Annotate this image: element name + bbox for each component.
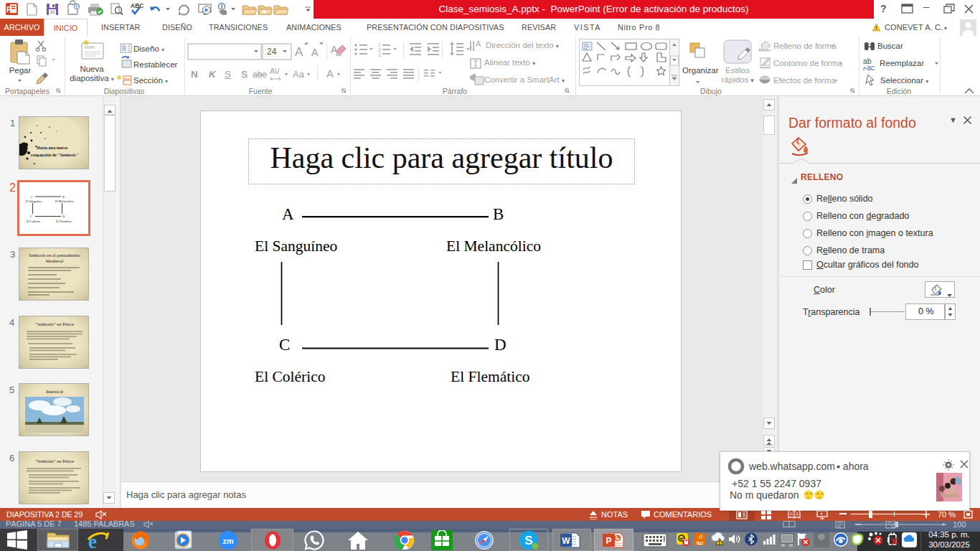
svg-text:D: D <box>62 215 65 218</box>
svg-text:B: B <box>62 195 65 199</box>
svg-text:1: 1 <box>378 42 381 47</box>
svg-text:A: A <box>30 195 32 199</box>
svg-text:100 %: 100 % <box>953 521 969 529</box>
svg-text:W: W <box>562 536 570 546</box>
svg-text:zm: zm <box>222 537 234 545</box>
svg-text:Hacia una nueva: Hacia una nueva <box>37 146 67 150</box>
svg-text:concepción de "Semiosis": concepción de "Semiosis" <box>31 153 78 157</box>
svg-text:El Melancólico: El Melancólico <box>55 199 74 203</box>
svg-text:El Sanguíneo: El Sanguíneo <box>26 199 42 203</box>
svg-text:"Semiosis" en Peirce: "Semiosis" en Peirce <box>35 321 75 326</box>
svg-text:El Flemático: El Flemático <box>56 220 72 223</box>
svg-text:P: P <box>606 536 611 546</box>
svg-text:El Colérico: El Colérico <box>27 220 40 223</box>
svg-text:Semiosis en el pensamiento: Semiosis en el pensamiento <box>29 253 80 258</box>
svg-text:2: 2 <box>378 47 381 52</box>
svg-text:A: A <box>311 47 319 58</box>
svg-text:A: A <box>331 44 338 55</box>
svg-text:Medieval: Medieval <box>46 258 64 263</box>
svg-text:C: C <box>30 215 32 218</box>
svg-text:A: A <box>476 39 481 48</box>
svg-text:Indexical: Indexical <box>46 389 63 394</box>
svg-text:P: P <box>6 6 11 14</box>
svg-text:S: S <box>524 534 532 547</box>
svg-text:"Semiosis" en Peirce: "Semiosis" en Peirce <box>35 458 75 463</box>
svg-text:ABC: ABC <box>131 2 143 9</box>
svg-text:3: 3 <box>378 52 381 57</box>
svg-text:ac: ac <box>867 63 875 72</box>
svg-text:A: A <box>295 45 303 59</box>
